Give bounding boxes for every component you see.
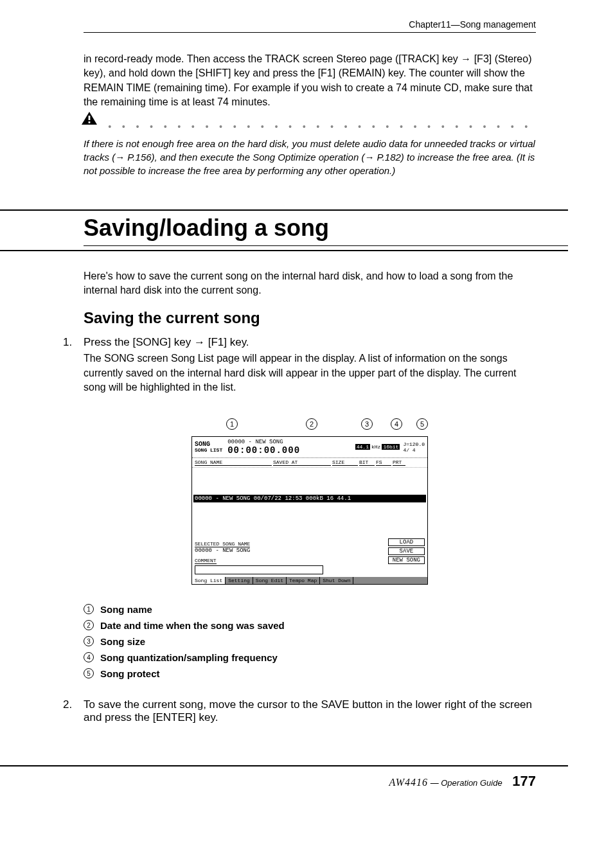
lcd-top-bar: SONG SONG LIST 00000 - NEW SONG 00:00:00… xyxy=(192,437,427,458)
step-2: 2. To save the current song, move the cu… xyxy=(84,698,536,727)
tab-tempo-map[interactable]: Tempo Map xyxy=(287,577,320,584)
svg-rect-1 xyxy=(89,116,91,120)
callout-3: 3 xyxy=(361,418,373,430)
section-intro: Here's how to save the current song on t… xyxy=(84,269,536,298)
new-song-button[interactable]: NEW SONG xyxy=(388,556,425,564)
lcd-list-area: 00000 - NEW SONG 00/07/22 12:53 000kB 16… xyxy=(192,468,427,538)
lcd-title-main: SONG xyxy=(195,441,210,448)
section-divider: Saving/loading a song xyxy=(0,209,568,251)
callout-row: 1 2 3 4 5 xyxy=(191,418,428,431)
step-heading: Press the [SONG] key → [F1] key. xyxy=(84,336,536,349)
legend-num-5: 5 xyxy=(84,668,94,678)
step-description: The SONG screen Song List page will appe… xyxy=(84,351,536,394)
warning-icon xyxy=(81,111,98,128)
tab-setting[interactable]: Setting xyxy=(226,577,253,584)
warning-note: • • • • • • • • • • • • • • • • • • • • … xyxy=(84,121,536,177)
tab-song-list[interactable]: Song List xyxy=(192,577,226,584)
step-number: 1. xyxy=(63,336,84,405)
note-text: If there is not enough free area on the … xyxy=(84,137,536,177)
lcd-col-fs: FS xyxy=(376,459,391,466)
header-divider xyxy=(84,32,536,33)
legend-item: 1 Song name xyxy=(84,604,536,615)
load-button[interactable]: LOAD xyxy=(388,538,425,546)
callout-2: 2 xyxy=(306,418,317,430)
footer-guide: — Operation Guide xyxy=(431,778,502,788)
lcd-column-headers: SONG NAME SAVED AT SIZE BIT FS PRT xyxy=(192,458,427,468)
legend-num-2: 2 xyxy=(84,620,94,630)
legend-label-4: Song quantization/sampling frequency xyxy=(100,652,278,663)
legend-num-4: 4 xyxy=(84,652,94,662)
lcd-rate-badge: 44.1 xyxy=(355,444,370,450)
lcd-button-group: LOAD SAVE NEW SONG xyxy=(388,538,425,565)
legend-item: 2 Date and time when the song was saved xyxy=(84,620,536,631)
footer-page-number: 177 xyxy=(512,773,536,789)
intro-paragraph: in record-ready mode. Then access the TR… xyxy=(84,52,536,110)
lcd-bottom-area: LOAD SAVE NEW SONG SELECTED SONG NAME 00… xyxy=(192,538,427,577)
lcd-song-info: 00000 - NEW SONG 00:00:00.000 xyxy=(227,439,355,456)
legend-list: 1 Song name 2 Date and time when the son… xyxy=(84,604,536,679)
lcd-song-name-top: 00000 - NEW SONG xyxy=(227,439,355,445)
lcd-timecode: 00:00:00.000 xyxy=(227,445,355,456)
lcd-col-prt: PRT xyxy=(393,459,405,466)
svg-rect-2 xyxy=(89,121,91,123)
legend-label-5: Song protect xyxy=(100,668,160,679)
selected-song-label: SELECTED SONG NAME xyxy=(195,541,250,547)
callout-5: 5 xyxy=(416,418,428,430)
note-dots: • • • • • • • • • • • • • • • • • • • • … xyxy=(108,121,536,133)
lcd-title-sub: SONG LIST xyxy=(195,448,222,453)
comment-box xyxy=(195,565,323,574)
section-title: Saving/loading a song xyxy=(84,215,568,242)
step-number: 2. xyxy=(63,698,84,727)
lcd-col-saved: SAVED AT xyxy=(273,459,331,466)
chapter-header: Chapter11—Song management xyxy=(84,19,536,30)
lcd-signature: 4/ 4 xyxy=(403,447,425,453)
lcd-col-bit: BIT xyxy=(359,459,375,466)
callout-4: 4 xyxy=(391,418,402,430)
legend-label-3: Song size xyxy=(100,636,145,647)
step-1: 1. Press the [SONG] key → [F1] key. The … xyxy=(84,336,536,405)
lcd-col-size: SIZE xyxy=(332,459,358,466)
lcd-top-right: 44.1 kHz 16bit J=120.0 4/ 4 xyxy=(355,441,425,453)
lcd-tab-bar: Song List Setting Song Edit Tempo Map Sh… xyxy=(192,577,427,584)
lcd-selected-row: 00000 - NEW SONG 00/07/22 12:53 000kB 16… xyxy=(193,495,426,502)
comment-label: COMMENT xyxy=(195,558,217,564)
legend-label-1: Song name xyxy=(100,604,152,615)
lcd-title: SONG SONG LIST xyxy=(195,441,222,453)
lcd-bit-badge: 16bit xyxy=(382,444,400,450)
save-button[interactable]: SAVE xyxy=(388,547,425,555)
lcd-rate-unit: kHz xyxy=(371,444,380,450)
tab-song-edit[interactable]: Song Edit xyxy=(253,577,287,584)
step-heading: To save the current song, move the curso… xyxy=(84,698,536,724)
lcd-screenshot-wrap: 1 2 3 4 5 SONG SONG LIST 00000 - NEW SON… xyxy=(84,418,536,585)
lcd-tempo: J=120.0 xyxy=(403,441,425,447)
legend-item: 3 Song size xyxy=(84,636,536,647)
legend-item: 4 Song quantization/sampling frequency xyxy=(84,652,536,663)
page-footer: AW4416 — Operation Guide 177 xyxy=(0,765,568,790)
lcd-col-name: SONG NAME xyxy=(195,459,272,466)
sub-heading: Saving the current song xyxy=(84,309,536,327)
legend-num-1: 1 xyxy=(84,604,94,614)
footer-model: AW4416 xyxy=(389,777,429,788)
legend-item: 5 Song protect xyxy=(84,668,536,679)
legend-label-2: Date and time when the song was saved xyxy=(100,620,285,631)
callout-1: 1 xyxy=(226,418,238,430)
lcd-screen: SONG SONG LIST 00000 - NEW SONG 00:00:00… xyxy=(191,436,428,585)
tab-shut-down[interactable]: Shut Down xyxy=(320,577,353,584)
legend-num-3: 3 xyxy=(84,636,94,646)
